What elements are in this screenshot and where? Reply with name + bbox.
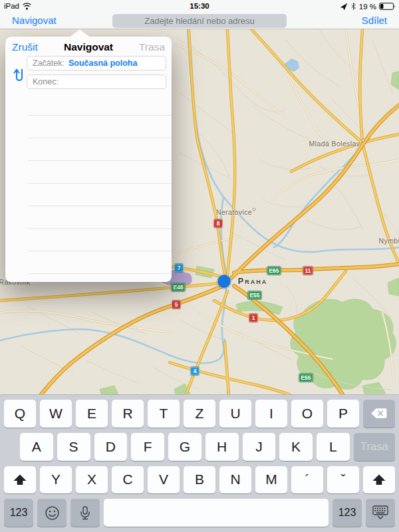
- key-c[interactable]: C: [112, 466, 144, 494]
- swap-arrows-icon: [13, 66, 25, 83]
- dictation-key[interactable]: [70, 499, 100, 527]
- list-item: [28, 229, 172, 251]
- route-shield: 1: [249, 314, 258, 323]
- key-b[interactable]: B: [184, 466, 215, 494]
- route-shield: 5: [172, 301, 181, 309]
- keyboard-row: ASDFGHJKLTrasa: [4, 433, 395, 461]
- emoji-key[interactable]: [37, 499, 66, 527]
- top-bar: iPad 15:30 19 %: [0, 0, 399, 29]
- key-q[interactable]: Q: [4, 400, 36, 428]
- key-ˇ[interactable]: ˇ: [327, 466, 359, 494]
- key-i[interactable]: I: [255, 400, 287, 428]
- directions-popover: Zrušit Navigovat Trasa Začátek: Současná…: [5, 37, 172, 282]
- space-key[interactable]: [104, 499, 329, 527]
- search-input[interactable]: [112, 14, 287, 28]
- route-shield: E55: [247, 291, 261, 300]
- route-button-disabled[interactable]: Trasa: [139, 41, 165, 53]
- keyboard-row: YXCVBNM´ˇ: [4, 466, 395, 494]
- key-e[interactable]: E: [76, 400, 108, 428]
- key-s[interactable]: S: [57, 433, 90, 461]
- key-a[interactable]: A: [20, 433, 53, 461]
- keyboard-row: QWERTZUIOP: [4, 400, 395, 428]
- list-item: [28, 161, 172, 184]
- map-toolbar: Navigovat Sdílet: [0, 13, 399, 29]
- route-shield: 4: [190, 367, 200, 376]
- popover-arrow: [70, 29, 89, 37]
- maps-app-screen: Mladá BoleslavNeratoviceNymburkRakovníkP…: [0, 0, 399, 532]
- map-city-label: Mladá Boleslav: [309, 140, 360, 148]
- backspace-key[interactable]: [363, 400, 395, 428]
- list-item: [28, 93, 172, 116]
- key-y[interactable]: Y: [40, 466, 72, 494]
- numbers-right-key[interactable]: 123: [332, 499, 362, 527]
- key-d[interactable]: D: [94, 433, 128, 461]
- dismiss-keyboard-key[interactable]: [366, 499, 395, 527]
- popover-header: Zrušit Navigovat Trasa: [5, 37, 172, 57]
- end-field[interactable]: Konec:: [27, 74, 166, 89]
- emoji-icon: [45, 505, 60, 521]
- route-fields: Začátek: Současná poloha Konec:: [27, 56, 166, 93]
- key-k[interactable]: K: [279, 433, 313, 461]
- location-services-icon: [340, 3, 348, 11]
- start-field-value: Současná poloha: [68, 59, 138, 68]
- list-item: [28, 116, 172, 138]
- list-item: [28, 206, 172, 229]
- start-field-label: Začátek:: [33, 59, 65, 68]
- route-shield: E55: [299, 374, 313, 382]
- status-bar: iPad 15:30 19 %: [0, 0, 399, 13]
- mic-icon: [78, 505, 92, 521]
- key-j[interactable]: J: [243, 433, 276, 461]
- backspace-icon: [370, 408, 388, 419]
- route-shield: E65: [267, 267, 281, 275]
- key-g[interactable]: G: [168, 433, 201, 461]
- list-item: [28, 184, 172, 206]
- key-r[interactable]: R: [112, 400, 144, 428]
- route-shield: E48: [171, 283, 185, 292]
- key-n[interactable]: N: [219, 466, 251, 494]
- end-field-label: Konec:: [33, 77, 59, 86]
- list-item: [28, 138, 172, 161]
- numbers-left-key[interactable]: 123: [4, 499, 33, 527]
- suggestion-list: [5, 93, 172, 274]
- shift-left-key[interactable]: [4, 466, 36, 494]
- start-field[interactable]: Začátek: Současná poloha: [27, 56, 166, 70]
- search-field-wrap: [112, 14, 287, 28]
- current-location-dot[interactable]: [218, 275, 231, 288]
- map-city-label: Neratovice: [216, 208, 252, 216]
- keyboard-row: 123123: [4, 499, 395, 527]
- battery-icon: [379, 3, 396, 10]
- shift-right-key[interactable]: [363, 466, 395, 494]
- city-marker-dot: [362, 139, 365, 142]
- list-item: [28, 251, 172, 274]
- key-p[interactable]: P: [327, 400, 359, 428]
- key-v[interactable]: V: [148, 466, 180, 494]
- navigate-button[interactable]: Navigovat: [12, 15, 57, 26]
- key-w[interactable]: W: [40, 400, 72, 428]
- key-t[interactable]: T: [148, 400, 180, 428]
- map-city-label: Nymburk: [379, 237, 399, 245]
- city-marker-dot: [253, 208, 256, 211]
- key-x[interactable]: X: [76, 466, 108, 494]
- map-capital-label: Praha: [238, 277, 267, 286]
- swap-start-end-button[interactable]: [12, 63, 27, 86]
- key-z[interactable]: Z: [184, 400, 215, 428]
- bluetooth-icon: [350, 2, 356, 11]
- shift-icon: [372, 474, 386, 485]
- key-o[interactable]: O: [291, 400, 323, 428]
- route-shield: 11: [303, 267, 313, 275]
- key-m[interactable]: M: [255, 466, 287, 494]
- route-shield: 7: [174, 264, 184, 273]
- key-h[interactable]: H: [205, 433, 239, 461]
- onscreen-keyboard: QWERTZUIOPASDFGHJKLTrasaYXCVBNM´ˇ123123: [0, 394, 399, 532]
- shift-icon: [13, 474, 27, 485]
- key-´[interactable]: ´: [291, 466, 323, 494]
- battery-percent-label: 19 %: [359, 3, 376, 11]
- key-f[interactable]: F: [131, 433, 164, 461]
- key-l[interactable]: L: [317, 433, 350, 461]
- share-button[interactable]: Sdílet: [362, 15, 387, 26]
- route-shield: 8: [213, 219, 223, 228]
- dismiss-keyboard-icon: [372, 505, 389, 520]
- key-u[interactable]: U: [219, 400, 251, 428]
- return-key[interactable]: Trasa: [354, 433, 395, 461]
